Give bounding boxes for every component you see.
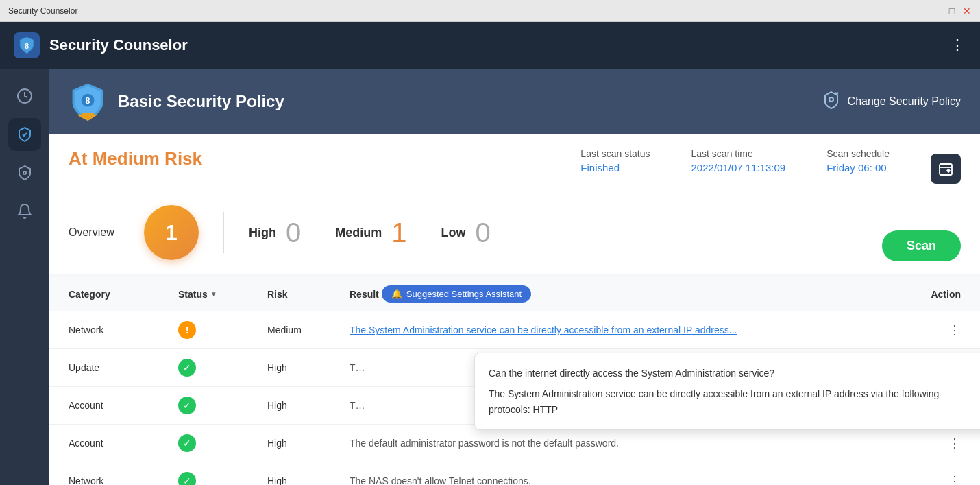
sidebar-item-security[interactable]: [8, 118, 41, 151]
low-risk-item: Low 0: [441, 217, 491, 248]
row-risk: High: [267, 362, 350, 373]
row-risk: High: [267, 400, 350, 411]
overview-divider: [223, 212, 224, 253]
minimize-button[interactable]: —: [932, 6, 942, 16]
row-category: Network: [69, 475, 178, 485]
low-label: Low: [441, 226, 466, 240]
warning-status-icon: !: [178, 321, 196, 339]
svg-text:8: 8: [25, 42, 29, 50]
row-result: The default administrator password is no…: [350, 438, 892, 449]
last-scan-time-label: Last scan time: [691, 148, 786, 159]
row-category: Network: [69, 324, 178, 335]
window-controls: — □ ✕: [932, 6, 972, 16]
last-scan-status-label: Last scan status: [580, 148, 650, 159]
maximize-button[interactable]: □: [947, 6, 957, 16]
table-row: Network ✓ High The NAS doesn't allow Tel…: [49, 462, 980, 485]
scan-schedule-value: Friday 06: 00: [826, 162, 887, 174]
row-result-link[interactable]: The System Administration service can be…: [350, 324, 892, 335]
main-layout: 8 Basic Security Policy: [0, 69, 980, 485]
row-status: ✓: [178, 359, 267, 377]
row-category: Update: [69, 362, 178, 373]
suggested-settings-button[interactable]: 🔔 Suggested Settings Assistant: [382, 285, 531, 303]
tooltip-popup: Can the internet directly access the Sys…: [474, 353, 980, 430]
app-title: Security Counselor: [49, 36, 188, 54]
svg-rect-8: [82, 113, 95, 117]
header-risk: Risk: [267, 285, 350, 303]
content-area: 8 Basic Security Policy: [49, 69, 980, 485]
policy-banner: 8 Basic Security Policy: [49, 69, 980, 134]
policy-banner-left: 8 Basic Security Policy: [69, 82, 284, 121]
app-menu-dots[interactable]: ⋮: [950, 36, 966, 54]
sidebar-item-dashboard[interactable]: [8, 80, 41, 113]
row-category: Account: [69, 400, 178, 411]
app-window: 8 Security Counselor ⋮: [0, 22, 980, 485]
schedule-edit-button[interactable]: [931, 154, 961, 184]
high-label: High: [249, 226, 276, 240]
header-category: Category: [69, 285, 178, 303]
title-bar: Security Counselor — □ ✕: [0, 0, 980, 22]
low-count: 0: [476, 217, 491, 248]
row-action-menu[interactable]: ⋮: [892, 473, 961, 485]
scan-schedule-field: Scan schedule Friday 06: 00: [826, 148, 890, 174]
ok-status-icon: ✓: [178, 359, 196, 377]
table-row: Account ✓ High The default administrator…: [49, 425, 980, 462]
overview-label: Overview: [69, 226, 130, 239]
overview-section: Overview 1 High 0 Medium 1 Low 0: [49, 198, 980, 274]
tooltip-description: The System Administration service can be…: [489, 386, 980, 417]
change-policy-label[interactable]: Change Security Policy: [848, 95, 961, 108]
close-button[interactable]: ✕: [962, 6, 972, 16]
bell-icon: 🔔: [391, 289, 402, 299]
status-sort-icon: ▼: [210, 290, 217, 298]
status-info: Last scan status Finished Last scan time…: [580, 148, 961, 184]
risk-counts: High 0 Medium 1 Low 0: [249, 217, 961, 248]
ok-status-icon: ✓: [178, 472, 196, 485]
svg-point-9: [829, 97, 833, 102]
status-section: At Medium Risk Last scan status Finished…: [49, 134, 980, 198]
row-risk: Medium: [267, 324, 350, 335]
risk-label: At Medium Risk: [69, 148, 202, 169]
policy-title: Basic Security Policy: [118, 92, 284, 111]
header-result: Result 🔔 Suggested Settings Assistant: [350, 285, 892, 303]
app-header: 8 Security Counselor ⋮: [0, 22, 980, 69]
row-action-menu[interactable]: ⋮: [892, 322, 961, 338]
scan-button[interactable]: Scan: [882, 230, 961, 261]
medium-label: Medium: [335, 226, 382, 240]
ok-status-icon: ✓: [178, 434, 196, 452]
row-action-menu[interactable]: ⋮: [892, 436, 961, 451]
last-scan-time-value: 2022/01/07 11:13:09: [691, 162, 786, 174]
table-section: Category Status ▼ Risk Result 🔔 Suggeste…: [49, 277, 980, 485]
row-status: ✓: [178, 472, 267, 485]
header-status[interactable]: Status ▼: [178, 285, 267, 303]
row-risk: High: [267, 475, 350, 485]
last-scan-status-field: Last scan status Finished: [580, 148, 650, 174]
svg-rect-10: [940, 164, 952, 175]
row-status: !: [178, 321, 267, 339]
window-title: Security Counselor: [8, 6, 77, 16]
last-scan-status-value: Finished: [580, 162, 620, 174]
row-result: The NAS doesn't allow Telnet connections…: [350, 475, 892, 485]
status-top: At Medium Risk Last scan status Finished…: [69, 148, 961, 184]
header-action: Action: [892, 285, 961, 303]
row-category: Account: [69, 438, 178, 449]
table-row: Network ! Medium The System Administrati…: [49, 311, 980, 349]
ok-status-icon: ✓: [178, 397, 196, 414]
row-status: ✓: [178, 434, 267, 452]
svg-point-2: [23, 171, 26, 174]
overview-total-count: 1: [144, 205, 199, 260]
high-count: 0: [286, 217, 301, 248]
row-risk: High: [267, 438, 350, 449]
sidebar-item-notifications[interactable]: [8, 195, 41, 228]
scan-schedule-label: Scan schedule: [826, 148, 890, 159]
table-header: Category Status ▼ Risk Result 🔔 Suggeste…: [49, 277, 980, 311]
sidebar-item-policy-settings[interactable]: [8, 156, 41, 189]
medium-count: 1: [391, 217, 406, 248]
sidebar: [0, 69, 49, 485]
app-logo-icon: 8: [14, 32, 40, 58]
high-risk-item: High 0: [249, 217, 301, 248]
change-policy-button[interactable]: Change Security Policy: [822, 90, 961, 113]
tooltip-question: Can the internet directly access the Sys…: [489, 366, 980, 381]
policy-shield-badge: 8: [69, 82, 107, 121]
row-status: ✓: [178, 397, 267, 414]
change-policy-icon: [822, 90, 841, 113]
svg-text:8: 8: [85, 95, 90, 106]
